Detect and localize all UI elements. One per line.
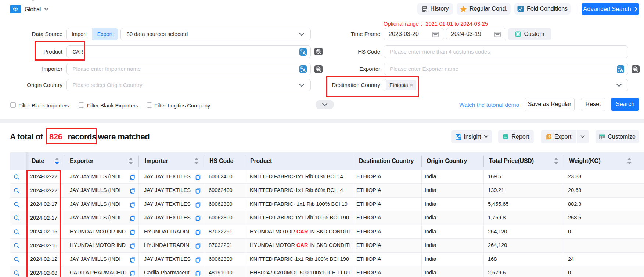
svg-text:BI: BI [458,137,461,139]
